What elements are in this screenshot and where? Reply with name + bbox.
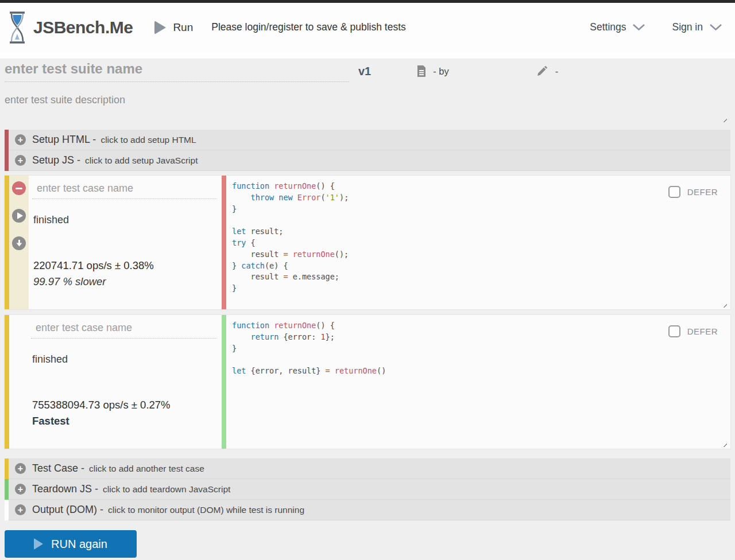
test-case-info: finished 220741.71 ops/s ± 0.38% 99.97 %… <box>29 176 222 309</box>
chevron-down-icon <box>632 24 645 31</box>
signin-label: Sign in <box>672 21 703 33</box>
plus-circle-icon: + <box>15 463 26 474</box>
teardown-js-wrap: + Teardown JS - click to add teardown Ja… <box>5 479 730 500</box>
test-case-toolbar <box>9 176 29 309</box>
hourglass-logo-icon <box>7 11 28 44</box>
footer-rows: + Test Case - click to add another test … <box>5 458 730 520</box>
code-editor-2[interactable]: DEFER function returnOne() { return {err… <box>222 315 730 449</box>
test-case-accent-bar <box>5 315 9 449</box>
test-status: finished <box>32 214 217 226</box>
resize-handle[interactable] <box>719 440 727 447</box>
play-icon <box>34 538 43 550</box>
teardown-js-row[interactable]: + Teardown JS - click to add teardown Ja… <box>9 479 730 500</box>
play-icon <box>154 21 166 34</box>
teardown-js-hint: click to add teardown JavaScript <box>103 484 230 495</box>
test-case-info: finished 755388094.73 ops/s ± 0.27% Fast… <box>9 315 222 449</box>
run-again-label: RUN again <box>51 538 107 551</box>
suite-version-badge: v1 <box>358 65 371 78</box>
defer-control: DEFER <box>668 325 718 337</box>
output-dom-label: Output (DOM) - <box>32 504 103 516</box>
output-dom-hint: click to monitor output (DOM) while test… <box>108 505 304 515</box>
run-button-label: Run <box>173 21 193 34</box>
chevron-down-icon <box>709 24 722 31</box>
remove-test-icon[interactable] <box>12 181 26 195</box>
test-case-name-input[interactable] <box>32 182 217 199</box>
output-dom-row[interactable]: + Output (DOM) - click to monitor output… <box>9 500 730 520</box>
teardown-js-label: Teardown JS - <box>32 483 98 495</box>
add-test-case-row[interactable]: + Test Case - click to add another test … <box>9 458 730 479</box>
test-case-1: finished 220741.71 ops/s ± 0.38% 99.97 %… <box>5 176 730 309</box>
test-relative-result: 99.97 % slower <box>32 275 217 288</box>
test-case-name-input[interactable] <box>31 322 217 339</box>
run-button[interactable]: Run <box>154 21 193 34</box>
defer-checkbox[interactable] <box>668 325 680 337</box>
plus-circle-icon: + <box>15 134 26 145</box>
defer-label: DEFER <box>687 326 718 337</box>
code-editor-1[interactable]: DEFER function returnOne() { throw new E… <box>222 176 730 309</box>
document-icon <box>417 65 426 77</box>
setup-html-hint: click to add setup HTML <box>100 135 196 145</box>
by-label: - by <box>433 66 449 77</box>
plus-circle-icon: + <box>15 484 26 495</box>
suite-title-row: v1 - by - <box>5 59 730 84</box>
defer-label: DEFER <box>687 186 718 198</box>
main-content: v1 - by - + Setup HTML - click to add se… <box>0 59 735 560</box>
author-dash: - <box>555 66 559 77</box>
test-status: finished <box>31 353 217 365</box>
add-test-case-label: Test Case - <box>32 462 84 475</box>
resize-handle[interactable] <box>719 300 727 308</box>
plus-circle-icon: + <box>15 504 26 515</box>
signin-menu[interactable]: Sign in <box>672 21 722 33</box>
app-header: JSBench.Me Run Please login/register to … <box>0 3 735 52</box>
suite-description-wrap <box>5 91 730 124</box>
setup-panel: + Setup HTML - click to add setup HTML +… <box>5 130 730 171</box>
setup-js-label: Setup JS - <box>32 154 80 166</box>
login-register-message: Please login/register to save & publish … <box>211 21 406 33</box>
pencil-icon <box>536 66 547 77</box>
suite-name-input[interactable] <box>5 61 349 82</box>
output-dom-wrap: + Output (DOM) - click to monitor output… <box>5 500 730 520</box>
defer-control: DEFER <box>668 186 718 198</box>
setup-js-row[interactable]: + Setup JS - click to add setup JavaScri… <box>9 150 730 171</box>
test-case-accent-bar <box>5 176 9 309</box>
test-case-2: finished 755388094.73 ops/s ± 0.27% Fast… <box>5 315 730 449</box>
run-single-test-icon[interactable] <box>12 209 26 223</box>
setup-html-label: Setup HTML - <box>32 134 96 146</box>
settings-menu[interactable]: Settings <box>590 21 645 33</box>
setup-js-hint: click to add setup JavaScript <box>85 155 198 166</box>
run-again-button[interactable]: RUN again <box>5 530 137 558</box>
add-test-case-wrap: + Test Case - click to add another test … <box>5 458 730 479</box>
brand-title: JSBench.Me <box>33 18 133 37</box>
plus-circle-icon: + <box>15 155 26 166</box>
suite-description-input[interactable] <box>5 91 730 124</box>
setup-html-row[interactable]: + Setup HTML - click to add setup HTML <box>9 130 730 150</box>
test-ops-result: 220741.71 ops/s ± 0.38% <box>32 259 217 272</box>
move-down-icon[interactable] <box>12 236 26 250</box>
add-test-case-hint: click to add another test case <box>89 464 204 474</box>
settings-label: Settings <box>590 21 626 33</box>
test-ops-result: 755388094.73 ops/s ± 0.27% <box>31 399 217 411</box>
test-relative-result: Fastest <box>31 415 217 427</box>
defer-checkbox[interactable] <box>668 186 680 198</box>
